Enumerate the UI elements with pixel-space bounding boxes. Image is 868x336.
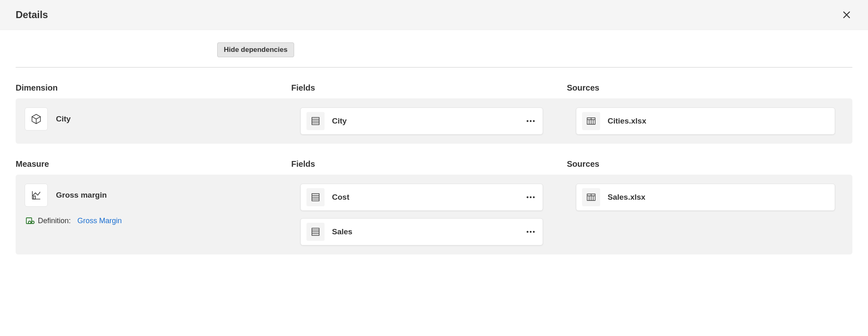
svg-point-23 (533, 196, 535, 198)
toolbar-row: Hide dependencies (202, 30, 868, 63)
dimension-sources-heading: Sources (567, 83, 852, 93)
source-card[interactable]: Cities.xlsx (576, 107, 835, 135)
close-icon (842, 10, 852, 20)
definition-label: Definition: (38, 217, 71, 225)
details-header: Details (0, 0, 868, 30)
measure-name: Gross margin (56, 191, 107, 200)
source-label: Sales.xlsx (608, 193, 829, 202)
measure-heading: Measure (16, 159, 291, 169)
field-icon (306, 112, 325, 130)
measure-sources-heading: Sources (567, 159, 852, 169)
svg-point-29 (530, 231, 532, 233)
source-label: Cities.xlsx (608, 117, 829, 126)
dimension-heading: Dimension (16, 83, 291, 93)
measure-entity-col: Gross margin Definition: Gross Margin (25, 184, 300, 226)
field-label: City (332, 117, 517, 126)
svg-point-15 (32, 221, 34, 224)
measure-fields-col: Cost (300, 184, 576, 245)
more-icon (525, 116, 536, 126)
measure-section: Measure Fields Sources Gross margin (0, 159, 868, 254)
svg-point-30 (533, 231, 535, 233)
dimension-entity-col: City (25, 107, 300, 131)
field-card[interactable]: Sales (300, 218, 543, 245)
close-button[interactable] (841, 9, 852, 21)
svg-point-5 (530, 120, 532, 122)
dimension-entity: City (25, 107, 300, 131)
more-button[interactable] (525, 226, 537, 238)
definition-link[interactable]: Gross Margin (77, 217, 122, 225)
measure-entity: Gross margin (25, 184, 300, 207)
svg-point-22 (530, 196, 532, 198)
definition-row: Definition: Gross Margin (26, 216, 300, 226)
dimension-fields-heading: Fields (291, 83, 567, 93)
chart-icon (25, 184, 48, 207)
source-icon (582, 188, 600, 206)
measure-body: Gross margin Definition: Gross Margin (16, 175, 852, 254)
more-icon (525, 226, 536, 237)
field-icon (306, 188, 325, 206)
source-card[interactable]: Sales.xlsx (576, 184, 835, 211)
dimension-section: Dimension Fields Sources City (0, 83, 868, 144)
svg-point-14 (28, 221, 31, 224)
svg-rect-12 (33, 196, 35, 199)
hide-dependencies-button[interactable]: Hide dependencies (217, 42, 294, 57)
measure-sources-col: Sales.xlsx (576, 184, 843, 211)
more-button[interactable] (525, 115, 537, 127)
dimension-sources-col: Cities.xlsx (576, 107, 843, 135)
dimension-name: City (56, 114, 71, 124)
svg-point-21 (527, 196, 529, 198)
source-icon (582, 112, 600, 130)
field-card[interactable]: City (300, 107, 543, 135)
dimension-headings: Dimension Fields Sources (16, 83, 852, 93)
field-label: Sales (332, 227, 517, 236)
dimension-body: City City (16, 98, 852, 144)
field-card[interactable]: Cost (300, 184, 543, 211)
section-divider (16, 67, 852, 68)
cube-icon (25, 107, 48, 131)
link-icon (26, 216, 35, 226)
more-button[interactable] (525, 191, 537, 203)
field-icon (306, 223, 325, 241)
dimension-fields-col: City (300, 107, 576, 135)
panel-title: Details (16, 9, 48, 21)
measure-fields-heading: Fields (291, 159, 567, 169)
svg-point-6 (533, 120, 535, 122)
svg-point-4 (527, 120, 529, 122)
field-label: Cost (332, 193, 517, 202)
measure-headings: Measure Fields Sources (16, 159, 852, 169)
svg-point-28 (527, 231, 529, 233)
more-icon (525, 192, 536, 203)
